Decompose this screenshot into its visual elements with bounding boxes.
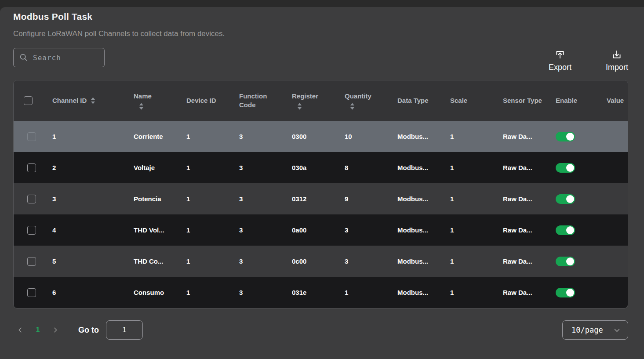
table-row[interactable]: 3 Potencia 1 3 0312 9 Modbus... 1 Raw Da…: [14, 183, 628, 214]
enable-toggle[interactable]: [556, 163, 575, 173]
cell-register: 0300: [285, 121, 338, 152]
cell-sensor-type: Raw Da...: [496, 214, 549, 246]
goto-page-input[interactable]: [106, 320, 143, 340]
cell-quantity: 3: [338, 214, 390, 246]
toggle-knob: [566, 164, 574, 172]
page-size-value: 10/page: [571, 326, 603, 334]
cell-register: 0312: [285, 183, 338, 214]
goto-label: Go to: [78, 326, 99, 335]
cell-enable: [549, 152, 600, 183]
cell-value: [600, 121, 628, 152]
cell-scale: 1: [443, 277, 496, 308]
row-checkbox[interactable]: [27, 163, 36, 172]
pagination-bar: 1 Go to 10/page: [13, 320, 628, 340]
export-button[interactable]: Export: [549, 49, 571, 72]
cell-function-code: 3: [232, 246, 285, 277]
enable-toggle[interactable]: [556, 132, 575, 141]
export-icon: [554, 49, 566, 60]
table-row[interactable]: 6 Consumo 1 3 031e 1 Modbus... 1 Raw Da.…: [14, 277, 628, 308]
table-row[interactable]: 2 Voltaje 1 3 030a 8 Modbus... 1 Raw Da.…: [14, 152, 628, 183]
next-page-button[interactable]: [48, 323, 62, 337]
col-header-quantity[interactable]: Quantity: [338, 80, 390, 121]
cell-sensor-type: Raw Da...: [496, 246, 549, 277]
cell-data-type: Modbus...: [390, 246, 443, 277]
toggle-knob: [566, 133, 574, 141]
sort-icon[interactable]: [297, 103, 302, 110]
row-checkbox[interactable]: [27, 288, 36, 297]
enable-toggle[interactable]: [556, 194, 575, 204]
channels-table: Channel ID Name Device ID Function: [13, 80, 628, 308]
cell-device-id: 1: [179, 152, 232, 183]
col-header-name[interactable]: Name: [127, 80, 179, 121]
row-checkbox-cell: [14, 277, 45, 308]
search-icon: [19, 53, 28, 62]
cell-scale: 1: [443, 214, 496, 246]
cell-value: [600, 183, 628, 214]
table-body: 1 Corriente 1 3 0300 10 Modbus... 1 Raw …: [14, 121, 628, 308]
table-row[interactable]: 5 THD Co... 1 3 0c00 3 Modbus... 1 Raw D…: [14, 246, 628, 277]
cell-value: [600, 214, 628, 246]
controls-row: Export Import: [13, 48, 628, 72]
cell-name: Corriente: [127, 121, 179, 152]
row-checkbox[interactable]: [27, 132, 36, 141]
cell-name: THD Vol...: [127, 214, 179, 246]
cell-data-type: Modbus...: [390, 214, 443, 246]
cell-value: [600, 277, 628, 308]
cell-device-id: 1: [179, 277, 232, 308]
col-header-channel-id[interactable]: Channel ID: [45, 80, 127, 121]
export-label: Export: [549, 63, 571, 72]
modbus-poll-task-panel: Modbus Poll Task Configure LoRaWAN poll …: [0, 7, 644, 359]
table-row[interactable]: 4 THD Vol... 1 3 0a00 3 Modbus... 1 Raw …: [14, 214, 628, 246]
row-checkbox-cell: [14, 214, 45, 246]
row-checkbox[interactable]: [27, 195, 36, 203]
page-title: Modbus Poll Task: [13, 11, 628, 22]
cell-enable: [549, 246, 600, 277]
row-checkbox[interactable]: [27, 257, 36, 266]
cell-channel-id: 2: [45, 152, 127, 183]
cell-device-id: 1: [179, 121, 232, 152]
col-header-register[interactable]: Register: [285, 80, 338, 121]
cell-register: 0c00: [285, 246, 338, 277]
sort-icon[interactable]: [139, 103, 144, 110]
col-header-sensor-type: Sensor Type: [496, 80, 549, 121]
sort-icon[interactable]: [91, 97, 95, 104]
page-number-1[interactable]: 1: [31, 326, 45, 334]
cell-value: [600, 152, 628, 183]
cell-channel-id: 6: [45, 277, 127, 308]
cell-register: 0a00: [285, 214, 338, 246]
cell-channel-id: 4: [45, 214, 127, 246]
cell-scale: 1: [443, 152, 496, 183]
enable-toggle[interactable]: [556, 288, 575, 297]
cell-device-id: 1: [179, 246, 232, 277]
select-all-checkbox[interactable]: [24, 96, 33, 105]
import-label: Import: [606, 63, 628, 72]
import-button[interactable]: Import: [606, 49, 628, 72]
cell-enable: [549, 277, 600, 308]
cell-channel-id: 1: [45, 121, 127, 152]
cell-function-code: 3: [232, 277, 285, 308]
sort-icon[interactable]: [350, 103, 355, 110]
page-size-select[interactable]: 10/page: [562, 320, 628, 340]
cell-function-code: 3: [232, 183, 285, 214]
prev-page-button[interactable]: [13, 323, 27, 337]
enable-toggle[interactable]: [556, 225, 575, 235]
cell-function-code: 3: [232, 214, 285, 246]
page-subtitle: Configure LoRaWAN poll Channels to colle…: [13, 29, 628, 38]
cell-device-id: 1: [179, 183, 232, 214]
chevron-down-icon: [613, 326, 621, 334]
col-header-scale: Scale: [443, 80, 496, 121]
cell-quantity: 3: [338, 246, 390, 277]
cell-scale: 1: [443, 183, 496, 214]
row-checkbox-cell: [14, 121, 45, 152]
cell-channel-id: 5: [45, 246, 127, 277]
enable-toggle[interactable]: [556, 257, 575, 266]
table-header-row: Channel ID Name Device ID Function: [14, 80, 628, 121]
chevron-left-icon: [17, 326, 24, 334]
cell-name: THD Co...: [127, 246, 179, 277]
col-header-value: Value: [600, 80, 628, 121]
cell-data-type: Modbus...: [390, 183, 443, 214]
toggle-knob: [566, 226, 574, 234]
table-row[interactable]: 1 Corriente 1 3 0300 10 Modbus... 1 Raw …: [14, 121, 628, 152]
cell-data-type: Modbus...: [390, 277, 443, 308]
row-checkbox[interactable]: [27, 226, 36, 235]
